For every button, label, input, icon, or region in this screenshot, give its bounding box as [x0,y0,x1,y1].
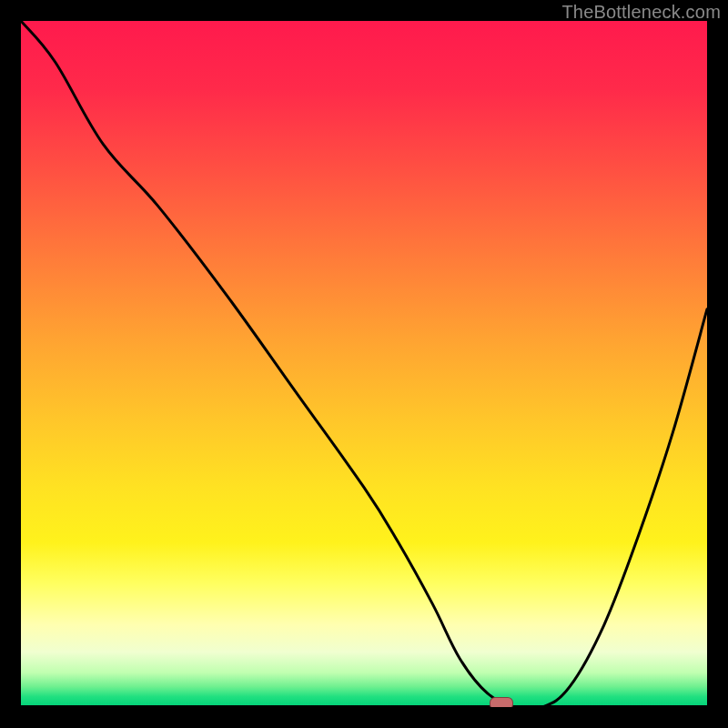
x-axis-line [21,705,707,707]
bottleneck-curve [21,21,707,707]
optimal-marker [490,697,513,707]
watermark-text: TheBottleneck.com [561,2,721,23]
plot-area [21,21,707,707]
chart-container: TheBottleneck.com [0,0,728,728]
